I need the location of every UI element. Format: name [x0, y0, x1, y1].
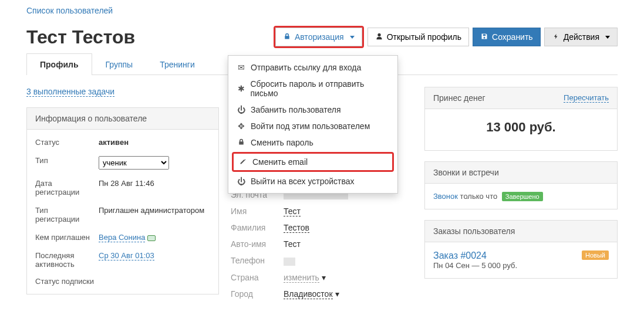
invited-by-label: Кем приглашен [35, 233, 94, 242]
auth-button-label: Авторизация [295, 32, 344, 42]
save-button[interactable]: Сохранить [473, 28, 541, 46]
menu-item-send-login-link[interactable]: ✉ Отправить ссылку для входа [228, 59, 397, 76]
call-status-badge: Завершено [502, 192, 543, 201]
contact-fname-label: Имя [231, 206, 278, 216]
last-activity-link[interactable]: Ср 30 Авг 01:03 [99, 251, 154, 260]
last-activity-label: Последняя активность [35, 251, 94, 269]
contact-autoname-value: Тест [284, 239, 413, 249]
menu-item-login-as[interactable]: ✥ Войти под этим пользователем [228, 118, 397, 134]
actions-dropdown-button[interactable]: Действия [544, 28, 618, 46]
menu-item-logout-all[interactable]: ⏻ Выйти на всех устройствах [228, 173, 397, 189]
contact-country-editable[interactable]: изменить [284, 273, 319, 283]
calls-panel-title: Звонки и встречи [425, 162, 617, 184]
power-icon: ⏻ [237, 177, 246, 186]
calls-panel: Звонки и встречи Звонок только что Завер… [424, 161, 618, 209]
reg-date-value: Пн 28 Авг 11:46 [99, 179, 210, 197]
tab-trainings[interactable]: Тренинги [146, 53, 208, 75]
status-label: Статус [35, 138, 94, 147]
order-link[interactable]: Заказ #0024 [433, 250, 487, 260]
type-select[interactable]: ученик [99, 156, 169, 170]
money-panel: Принес денег Пересчитать 13 000 руб. [424, 87, 618, 151]
open-profile-label: Открытый профиль [387, 32, 461, 42]
auth-dropdown-menu: ✉ Отправить ссылку для входа ✱ Сбросить … [228, 55, 398, 194]
tab-groups[interactable]: Группы [92, 53, 147, 75]
save-label: Сохранить [492, 32, 533, 42]
card-badge-icon [147, 235, 156, 241]
caret-down-icon [605, 36, 610, 39]
user-info-panel: Информация о пользователе Статус активен… [26, 107, 219, 294]
call-time: только что [460, 192, 498, 201]
auth-dropdown-button[interactable]: Авторизация [275, 28, 362, 46]
open-profile-button[interactable]: Открытый профиль [367, 28, 469, 46]
caret-down-icon: ▾ [335, 289, 339, 299]
asterisk-icon: ✱ [237, 84, 245, 93]
contact-fname-editable[interactable]: Тест [284, 206, 301, 216]
breadcrumb-users-link[interactable]: Список пользователей [26, 6, 113, 15]
caret-down-icon: ▾ [322, 273, 326, 282]
status-value: активен [99, 138, 129, 147]
menu-item-ban-user[interactable]: ⏻ Забанить пользователя [228, 101, 397, 118]
highlight-auth-button: Авторизация [274, 26, 364, 48]
reg-date-label: Дата регистрации [35, 179, 94, 197]
contact-city-editable[interactable]: Владивосток [284, 289, 333, 299]
contact-country-label: Страна [231, 273, 278, 282]
envelope-icon: ✉ [237, 63, 246, 72]
contact-lname-label: Фамилия [231, 223, 278, 232]
order-date: Пн 04 Сен — 5 000 руб. [433, 261, 517, 270]
reg-type-value: Приглашен администратором [99, 206, 210, 224]
actions-label: Действия [564, 32, 599, 42]
user-info-title: Информация о пользователе [27, 108, 218, 130]
type-label: Тип [35, 156, 94, 170]
contact-phone-hidden [284, 258, 295, 266]
contact-lname-editable[interactable]: Тестов [284, 223, 309, 233]
caret-down-icon [350, 36, 355, 39]
menu-item-change-email[interactable]: Сменить email [238, 156, 387, 168]
page-title: Тест Тестов [26, 26, 274, 48]
contact-autoname-label: Авто-имя [231, 239, 278, 249]
user-icon [375, 32, 383, 42]
lock-icon [283, 32, 291, 42]
call-link[interactable]: Звонок [433, 192, 458, 201]
reg-type-label: Тип регистрации [35, 206, 94, 224]
orders-panel-title: Заказы пользователя [425, 221, 617, 242]
bolt-icon [552, 32, 560, 42]
recalc-link[interactable]: Пересчитать [564, 93, 609, 103]
money-amount: 13 000 руб. [433, 117, 609, 142]
edit-icon [238, 157, 248, 167]
menu-item-change-password[interactable]: Сменить пароль [228, 134, 397, 151]
money-panel-title: Принес денег [433, 93, 485, 103]
power-icon: ⏻ [237, 105, 246, 114]
tab-profile[interactable]: Профиль [26, 53, 92, 75]
contact-phone-label: Телефон [231, 256, 278, 265]
contact-city-label: Город [231, 289, 278, 299]
lock-icon [237, 138, 246, 147]
orders-panel: Заказы пользователя Заказ #0024 Пн 04 Се… [424, 220, 618, 279]
order-status-badge: Новый [582, 250, 609, 260]
menu-item-reset-password[interactable]: ✱ Сбросить пароль и отправить письмо [228, 76, 397, 101]
save-icon [480, 32, 488, 42]
sub-status-label: Статус подписки [35, 277, 210, 286]
highlight-change-email: Сменить email [232, 152, 394, 172]
invited-by-link[interactable]: Вера Сонина [99, 233, 145, 242]
move-icon: ✥ [237, 121, 246, 131]
completed-tasks-link[interactable]: 3 выполненные задачи [26, 87, 114, 97]
